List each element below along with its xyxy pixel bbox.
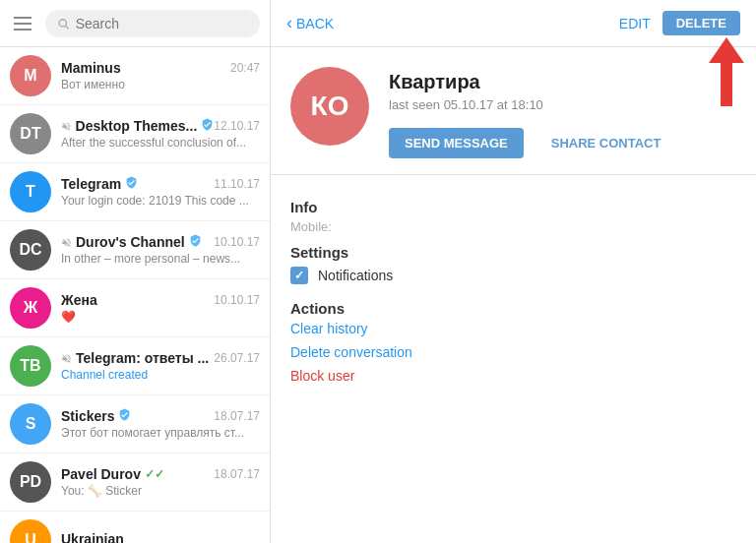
chat-preview: ❤️	[61, 310, 260, 324]
chat-time: 18.07.17	[214, 409, 260, 423]
chat-preview: Channel created	[61, 368, 260, 382]
edit-button[interactable]: EDIT	[619, 16, 651, 31]
chat-preview: In other – more personal – news...	[61, 252, 260, 266]
chat-item-stickers[interactable]: SStickers18.07.17Этот бот помогает управ…	[0, 395, 270, 453]
profile-actions: SEND MESSAGE SHARE CONTACT	[389, 128, 736, 158]
arrow-head	[709, 37, 744, 63]
chat-name-row: Ukrainian	[61, 531, 260, 543]
chat-name-row: Telegram11.10.17	[61, 176, 260, 192]
chat-name: Telegram	[61, 176, 138, 192]
chat-preview: After the successful conclusion of...	[61, 136, 260, 150]
verified-icon	[201, 118, 214, 134]
search-input[interactable]	[76, 16, 248, 31]
verified-icon	[125, 176, 138, 192]
chat-info: Stickers18.07.17Этот бот помогает управл…	[61, 408, 260, 440]
detail-section: Info Mobile: Settings Notifications Acti…	[271, 175, 756, 543]
delete-button[interactable]: DELETE	[662, 11, 740, 35]
chat-preview: You: 🦴 Sticker	[61, 484, 260, 498]
profile-avatar: КО	[290, 67, 369, 146]
send-message-button[interactable]: SEND MESSAGE	[389, 128, 524, 158]
chat-item-maminus[interactable]: MMaminus20:47Вот именно	[0, 47, 270, 105]
chat-name-row: Desktop Themes...12.10.17	[61, 118, 260, 134]
chat-name-row: Pavel Durov✓✓18.07.17	[61, 466, 260, 482]
chat-info: Telegram11.10.17Your login code: 21019 T…	[61, 176, 260, 208]
chat-item-telegram-otvety[interactable]: ТВTelegram: ответы ...26.07.17Channel cr…	[0, 337, 270, 395]
chat-name-row: Maminus20:47	[61, 60, 260, 76]
svg-point-0	[59, 19, 66, 26]
chat-info: Pavel Durov✓✓18.07.17You: 🦴 Sticker	[61, 466, 260, 498]
chat-time: 10.10.17	[214, 293, 260, 307]
avatar: ТВ	[10, 345, 51, 387]
chat-item-durovs-channel[interactable]: DCDurov's Channel10.10.17In other – more…	[0, 221, 270, 279]
actions-section-title: Actions	[290, 300, 736, 317]
chat-info: Durov's Channel10.10.17In other – more p…	[61, 234, 260, 266]
chat-name: Desktop Themes...	[61, 118, 214, 134]
hamburger-menu[interactable]	[10, 13, 35, 34]
chat-name: Жена	[61, 292, 97, 308]
chat-name-row: Telegram: ответы ...26.07.17	[61, 350, 260, 366]
back-icon: ‹	[286, 13, 292, 33]
delete-conversation-button[interactable]: Delete conversation	[290, 344, 736, 360]
left-panel: MMaminus20:47Вот именноDTDesktop Themes.…	[0, 0, 271, 543]
avatar: S	[10, 403, 51, 445]
chat-time: 10.10.17	[214, 235, 260, 249]
back-label: BACK	[296, 16, 334, 31]
search-icon	[57, 17, 70, 30]
notifications-label: Notifications	[318, 268, 393, 283]
chat-info: Desktop Themes...12.10.17After the succe…	[61, 118, 260, 150]
avatar: DC	[10, 229, 51, 271]
chat-preview: Your login code: 21019 This code ...	[61, 194, 260, 208]
chat-preview: Этот бот помогает управлять ст...	[61, 426, 260, 440]
chat-time: 20:47	[230, 61, 260, 75]
chat-name: Maminus	[61, 60, 121, 76]
chat-info: Maminus20:47Вот именно	[61, 60, 260, 91]
avatar: M	[10, 55, 51, 96]
chat-item-pavel-durov[interactable]: PDPavel Durov✓✓18.07.17You: 🦴 Sticker	[0, 453, 270, 512]
chat-list: MMaminus20:47Вот именноDTDesktop Themes.…	[0, 47, 270, 543]
verified-icon	[118, 408, 131, 424]
svg-line-1	[66, 26, 69, 29]
block-user-button[interactable]: Block user	[290, 368, 736, 384]
chat-info: Telegram: ответы ...26.07.17Channel crea…	[61, 350, 260, 382]
chat-name-row: Durov's Channel10.10.17	[61, 234, 260, 250]
notifications-checkbox[interactable]	[290, 267, 308, 284]
arrow-body	[721, 63, 732, 106]
chat-name-row: Жена10.10.17	[61, 292, 260, 308]
chat-item-ukrainian[interactable]: UUkrainian	[0, 512, 270, 543]
chat-time: 26.07.17	[214, 351, 260, 365]
notifications-row: Notifications	[290, 267, 736, 284]
right-panel: ‹ BACK EDIT DELETE КО Квартира last seen…	[271, 0, 756, 543]
chat-name-row: Stickers18.07.17	[61, 408, 260, 424]
chat-time: 12.10.17	[214, 119, 260, 133]
avatar: PD	[10, 461, 51, 503]
avatar: T	[10, 171, 51, 212]
muted-icon	[61, 353, 72, 364]
chat-item-telegram[interactable]: TTelegram11.10.17Your login code: 21019 …	[0, 163, 270, 221]
mobile-field: Mobile:	[290, 219, 736, 234]
verified-icon	[189, 234, 202, 250]
share-contact-button[interactable]: SHARE CONTACT	[536, 128, 677, 158]
red-arrow-annotation	[709, 37, 744, 106]
profile-section: КО Квартира last seen 05.10.17 at 18:10 …	[271, 47, 756, 175]
back-button[interactable]: ‹ BACK	[286, 13, 334, 33]
chat-item-zhena[interactable]: ЖЖена10.10.17❤️	[0, 279, 270, 337]
avatar: Ж	[10, 287, 51, 329]
info-section-title: Info	[290, 199, 736, 215]
left-header	[0, 0, 270, 47]
profile-name: Квартира	[389, 71, 736, 93]
chat-info: Жена10.10.17❤️	[61, 292, 260, 324]
chat-time: 18.07.17	[214, 467, 260, 481]
avatar: U	[10, 519, 51, 543]
right-header: ‹ BACK EDIT DELETE	[271, 0, 756, 47]
chat-name: Pavel Durov✓✓	[61, 466, 164, 482]
muted-icon	[61, 237, 72, 248]
chat-item-desktop-themes[interactable]: DTDesktop Themes...12.10.17After the suc…	[0, 105, 270, 163]
chat-name: Stickers	[61, 408, 131, 424]
chat-name: Telegram: ответы ...	[61, 350, 209, 366]
clear-history-button[interactable]: Clear history	[290, 321, 736, 336]
chat-name: Durov's Channel	[61, 234, 202, 250]
settings-section-title: Settings	[290, 244, 736, 261]
chat-info: Ukrainian	[61, 531, 260, 543]
chat-name: Ukrainian	[61, 531, 124, 543]
search-box	[45, 10, 260, 37]
